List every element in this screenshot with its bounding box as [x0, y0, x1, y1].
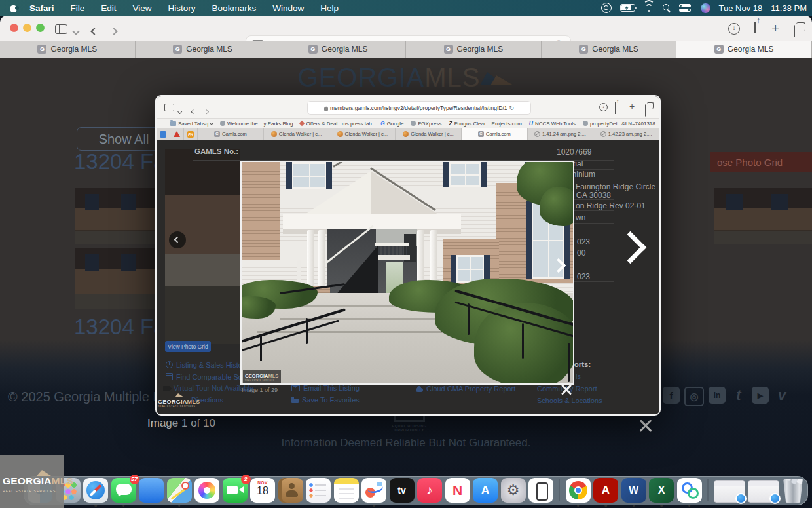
bookmark-label: Saved Tabsq: [178, 121, 208, 127]
acrobat-dock-icon[interactable]: A: [593, 478, 618, 503]
menu-item-safari[interactable]: Safari: [29, 3, 54, 13]
appletv-dock-icon[interactable]: tv: [390, 478, 415, 503]
creative-cloud-icon[interactable]: [601, 3, 612, 13]
lightbox-close-button[interactable]: [638, 418, 654, 434]
menu-item-bookmarks[interactable]: Bookmarks: [212, 3, 257, 13]
facetime-dock-icon[interactable]: 2: [223, 478, 248, 503]
footer-disclaimer: Information Deemed Reliable But Not Guar…: [0, 437, 812, 450]
menu-time[interactable]: 11:38 PM: [771, 3, 807, 13]
excel-dock-icon[interactable]: X: [649, 478, 674, 503]
inner-tab-favicon: [403, 131, 409, 137]
photo-thumbnail[interactable]: [714, 188, 812, 244]
inner-lightbox-caption: Image 1 of 29: [242, 387, 278, 393]
instagram-icon[interactable]: ◎: [684, 387, 704, 406]
menu-item-file[interactable]: File: [71, 3, 85, 13]
tab-georgia-mls-6[interactable]: GGeorgia MLS: [676, 41, 812, 58]
menu-date[interactable]: Tue Nov 18: [719, 3, 763, 13]
close-window-button[interactable]: [10, 24, 18, 32]
inner-tab-label: 1.41.24 am.png 2,...: [542, 131, 586, 137]
notes-dock-icon[interactable]: [334, 478, 359, 503]
passwords-dock-icon[interactable]: [677, 478, 702, 503]
save-to-favorites-link: Save To Favorites: [291, 396, 360, 404]
tab-georgia-mls-2[interactable]: GGeorgia MLS: [136, 41, 271, 58]
minimize-window-button[interactable]: [23, 24, 31, 32]
tab-georgia-mls-4[interactable]: GGeorgia MLS: [406, 41, 542, 58]
inner-tab-favicon: [600, 131, 606, 137]
messages-dock-icon[interactable]: 57: [111, 478, 136, 503]
tab-georgia-mls-1[interactable]: GGeorgia MLS: [0, 41, 136, 58]
inner-tab-label: Glenda Walker | c...: [411, 131, 453, 137]
siri-icon[interactable]: [701, 3, 710, 13]
news-dock-icon[interactable]: N: [445, 478, 470, 503]
twitter-icon[interactable]: t: [730, 387, 747, 404]
running-indicator: [633, 505, 635, 507]
tab-overview-icon[interactable]: [794, 25, 795, 37]
linkedin-icon[interactable]: in: [709, 387, 726, 404]
inner-address-bar: members.gamls.com/listingv2/detail/prope…: [307, 101, 531, 115]
music-dock-icon[interactable]: ♪: [417, 478, 442, 503]
tab-bar: GGeorgia MLSGGeorgia MLSGGeorgia MLSGGeo…: [0, 41, 812, 58]
settings-dock-icon[interactable]: ⚙: [501, 478, 526, 503]
inner-tab: GGamls.com: [198, 128, 264, 140]
wifi-icon[interactable]: [644, 4, 654, 12]
bookmark-label: propertyDet...&LN=7401318: [590, 121, 655, 127]
view-photo-grid-button: View Photo Grid: [165, 341, 211, 352]
inner-tab: Glenda Walker | c...: [329, 128, 396, 140]
photos-dock-icon[interactable]: [194, 478, 219, 503]
inner-tab: Glenda Walker | c...: [264, 128, 330, 140]
menu-item-window[interactable]: Window: [272, 3, 304, 13]
menu-items: SafariFileEditViewHistoryBookmarksWindow…: [29, 3, 355, 13]
freeform-dock-icon[interactable]: [361, 478, 386, 503]
sidebar-icon[interactable]: [55, 24, 67, 34]
battery-icon[interactable]: [620, 4, 635, 12]
bookmark-label: Google: [387, 121, 404, 127]
scribble-icon: Z: [449, 120, 452, 127]
safari-dock-icon[interactable]: [83, 478, 108, 503]
appstore-dock-icon[interactable]: A: [473, 478, 498, 503]
menu-item-help[interactable]: Help: [320, 3, 339, 13]
menu-item-history[interactable]: History: [168, 3, 196, 13]
menu-item-view[interactable]: View: [133, 3, 152, 13]
word-dock-icon[interactable]: W: [621, 478, 646, 503]
running-indicator: [688, 505, 691, 507]
pinned-tab-icon: [160, 131, 166, 138]
inner-tab-overview-icon: [645, 104, 646, 117]
inner-tab: GGamls.com: [462, 128, 528, 140]
share-icon[interactable]: [754, 22, 756, 33]
detail-fragment: 023: [577, 272, 590, 281]
apple-menu-icon[interactable]: [9, 4, 18, 12]
tab-georgia-mls-5[interactable]: GGeorgia MLS: [542, 41, 677, 58]
globe-icon: [411, 121, 416, 126]
photo-thumbnail[interactable]: [75, 188, 155, 244]
tab-georgia-mls-3[interactable]: GGeorgia MLS: [270, 41, 406, 58]
zoom-window-button[interactable]: [36, 24, 45, 32]
mail-dock-icon[interactable]: [139, 478, 164, 503]
vimeo-icon[interactable]: v: [773, 387, 790, 404]
iphone-mirroring-dock-icon[interactable]: [528, 478, 553, 503]
chrome-dock-icon[interactable]: [566, 478, 591, 503]
menu-item-edit[interactable]: Edit: [101, 3, 116, 13]
sidebar-chevron-icon[interactable]: [73, 25, 79, 37]
facebook-icon[interactable]: f: [663, 387, 680, 404]
new-tab-icon[interactable]: +: [771, 22, 779, 34]
window-thumb-2-dock-icon[interactable]: [748, 480, 779, 503]
forward-button[interactable]: [111, 25, 117, 37]
calendar-dock-icon[interactable]: NOV18: [250, 478, 275, 503]
back-button[interactable]: [92, 25, 97, 37]
spotlight-icon[interactable]: [663, 4, 671, 12]
reminders-dock-icon[interactable]: [306, 478, 331, 503]
downloads-icon[interactable]: ↓: [728, 23, 740, 35]
maps-dock-icon[interactable]: [167, 478, 192, 503]
diamond-icon: [299, 121, 304, 126]
close-photo-grid-button[interactable]: ose Photo Grid: [710, 152, 812, 172]
contacts-dock-icon[interactable]: [278, 478, 303, 503]
youtube-icon[interactable]: ▶: [752, 387, 769, 404]
bookmark-label: Fungus Clear ...Projects.com: [454, 121, 522, 127]
bookmark-label: Welcome the ...y Parks Blog: [227, 121, 293, 127]
next-image-arrow[interactable]: [614, 231, 646, 264]
window-thumb-1-dock-icon[interactable]: [714, 480, 745, 503]
control-center-icon[interactable]: [679, 4, 692, 12]
notification-badge: 2: [241, 475, 251, 484]
photo-thumbnail[interactable]: [75, 248, 155, 309]
pinned-tab-icon: PH: [187, 131, 194, 138]
